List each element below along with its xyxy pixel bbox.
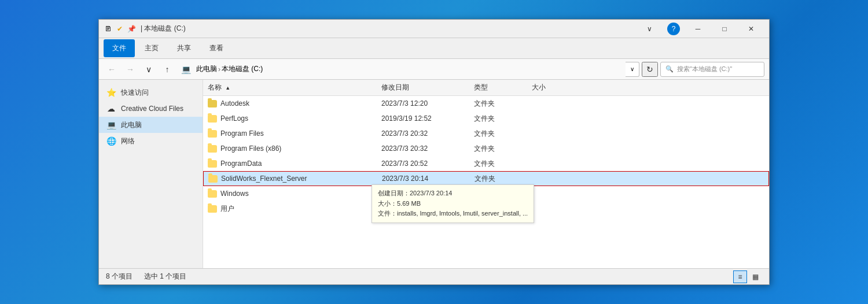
breadcrumb-computer[interactable]: 此电脑 — [196, 64, 217, 74]
search-icon: 🔍 — [665, 65, 674, 73]
tooltip-files: 文件：installs, lmgrd, lmtools, lmutil, ser… — [378, 209, 528, 219]
folder-icon — [208, 130, 217, 138]
item-count: 8 个项目 — [106, 272, 133, 281]
folder-icon — [208, 100, 217, 107]
file-name: PerfLogs — [220, 114, 248, 123]
back-button[interactable]: ← — [104, 62, 120, 77]
file-list-header: 名称 ▲ 修改日期 类型 大小 — [203, 80, 769, 96]
sidebar-item-network[interactable]: 🌐 网络 — [99, 133, 203, 149]
title-bar: 🖹 ✔ 📌 | 本地磁盘 (C:) ∨ ? ─ □ ✕ — [99, 20, 769, 38]
table-row[interactable]: ProgramData 2023/7/3 20:52 文件夹 — [203, 156, 769, 171]
view-toggles: ≡ ▦ — [733, 270, 762, 283]
window-controls: ∨ ? ─ □ ✕ — [636, 20, 764, 38]
file-date: 2019/3/19 12:52 — [377, 114, 469, 123]
sidebar-label-creative-cloud: Creative Cloud Files — [121, 105, 183, 113]
file-date: 2023/7/3 12:20 — [377, 99, 469, 107]
minimize-button[interactable]: ─ — [685, 20, 711, 38]
tab-file[interactable]: 文件 — [104, 39, 135, 57]
file-type: 文件夹 — [469, 144, 527, 154]
status-bar: 8 个项目 选中 1 个项目 ≡ ▦ — [99, 268, 769, 284]
table-row-selected[interactable]: SolidWorks_Flexnet_Server 2023/7/3 20:14… — [203, 171, 769, 186]
table-row[interactable]: Program Files (x86) 2023/7/3 20:32 文件夹 — [203, 141, 769, 156]
computer-icon: 💻 — [178, 62, 194, 77]
file-type: 文件夹 — [469, 99, 527, 109]
main-content: ⭐ 快速访问 ☁ Creative Cloud Files 💻 此电脑 🌐 网络… — [99, 80, 769, 268]
sidebar-item-this-pc[interactable]: 💻 此电脑 — [99, 117, 203, 133]
tab-share[interactable]: 共享 — [168, 39, 200, 57]
cloud-icon: ☁ — [106, 103, 116, 114]
star-icon: ⭐ — [106, 87, 116, 98]
tooltip-created: 创建日期：2023/7/3 20:14 — [378, 188, 528, 199]
col-header-size[interactable]: 大小 — [527, 83, 585, 92]
file-date: 2023/7/3 20:52 — [377, 160, 469, 168]
table-row[interactable]: Program Files 2023/7/3 20:32 文件夹 — [203, 126, 769, 141]
breadcrumb-drive[interactable]: 本地磁盘 (C:) — [222, 64, 263, 74]
sidebar-item-quick-access[interactable]: ⭐ 快速访问 — [99, 84, 203, 101]
file-name: ProgramData — [220, 160, 262, 168]
file-name: Program Files (x86) — [220, 144, 281, 153]
folder-icon — [208, 160, 217, 168]
file-date: 2023/7/3 20:32 — [377, 129, 469, 138]
close-button[interactable]: ✕ — [738, 20, 764, 38]
sidebar-item-creative-cloud[interactable]: ☁ Creative Cloud Files — [99, 101, 203, 117]
tooltip-size: 大小：5.69 MB — [378, 199, 528, 209]
file-date: 2023/7/3 20:14 — [377, 175, 470, 183]
file-type: 文件夹 — [470, 174, 528, 184]
file-name: Windows — [220, 190, 249, 198]
pin-icon: 📌 — [127, 24, 136, 34]
back-icon: 🖹 — [104, 24, 113, 34]
forward-button[interactable]: → — [122, 62, 138, 77]
sidebar-label-network: 网络 — [121, 136, 135, 146]
path-chevron[interactable]: ∨ — [626, 62, 639, 77]
search-placeholder: 搜索"本地磁盘 (C:)" — [677, 65, 732, 73]
network-icon: 🌐 — [106, 136, 116, 146]
table-row[interactable]: PerfLogs 2019/3/19 12:52 文件夹 — [203, 111, 769, 126]
chevron-btn[interactable]: ∨ — [636, 20, 663, 38]
col-header-type[interactable]: 类型 — [469, 83, 527, 92]
file-name: Autodesk — [220, 99, 249, 107]
address-bar: ← → ∨ ↑ 💻 此电脑 › 本地磁盘 (C:) ∨ ↻ 🔍 搜索"本地磁盘 … — [99, 59, 769, 80]
file-type: 文件夹 — [469, 129, 527, 139]
tooltip-popup: 创建日期：2023/7/3 20:14 大小：5.69 MB 文件：instal… — [372, 184, 534, 223]
file-rows: Autodesk 2023/7/3 12:20 文件夹 PerfLogs 201… — [203, 96, 769, 268]
detail-view-button[interactable]: ▦ — [748, 270, 762, 283]
check-icon: ✔ — [115, 24, 124, 34]
breadcrumb: 此电脑 › 本地磁盘 (C:) — [196, 64, 263, 74]
explorer-window: 🖹 ✔ 📌 | 本地磁盘 (C:) ∨ ? ─ □ ✕ 文件 主页 共享 查看 … — [98, 19, 770, 285]
sort-arrow: ▲ — [225, 85, 230, 91]
table-row[interactable]: Autodesk 2023/7/3 12:20 文件夹 — [203, 96, 769, 111]
tab-view[interactable]: 查看 — [201, 39, 232, 57]
maximize-button[interactable]: □ — [711, 20, 738, 38]
folder-icon — [208, 175, 218, 183]
window-title: | 本地磁盘 (C:) — [141, 24, 636, 34]
file-name: Program Files — [220, 129, 264, 138]
selected-count: 选中 1 个项目 — [144, 272, 186, 281]
file-name: 用户 — [220, 204, 234, 214]
folder-icon — [208, 190, 217, 198]
col-header-name[interactable]: 名称 ▲ — [203, 83, 377, 92]
folder-icon — [208, 145, 217, 153]
tab-home[interactable]: 主页 — [136, 39, 167, 57]
help-btn[interactable]: ? — [667, 23, 680, 35]
file-date: 2023/7/3 20:32 — [377, 144, 469, 153]
sidebar-label-this-pc: 此电脑 — [121, 120, 142, 130]
computer-icon: 💻 — [106, 120, 116, 130]
sidebar-label-quick-access: 快速访问 — [121, 88, 149, 98]
folder-icon — [208, 205, 217, 213]
col-header-date[interactable]: 修改日期 — [377, 83, 469, 92]
folder-icon — [208, 115, 217, 123]
refresh-button[interactable]: ↻ — [642, 62, 658, 77]
recent-button[interactable]: ∨ — [141, 62, 157, 77]
file-type: 文件夹 — [469, 114, 527, 124]
file-type: 文件夹 — [469, 159, 527, 169]
file-area: 名称 ▲ 修改日期 类型 大小 Autodesk 2023/7/3 12:20 … — [203, 80, 769, 268]
file-name: SolidWorks_Flexnet_Server — [221, 175, 307, 183]
title-bar-icons: 🖹 ✔ 📌 — [104, 24, 136, 34]
list-view-button[interactable]: ≡ — [733, 270, 747, 283]
search-box[interactable]: 🔍 搜索"本地磁盘 (C:)" — [660, 62, 764, 77]
sidebar: ⭐ 快速访问 ☁ Creative Cloud Files 💻 此电脑 🌐 网络 — [99, 80, 203, 268]
up-button[interactable]: ↑ — [159, 62, 175, 77]
ribbon: 文件 主页 共享 查看 — [99, 38, 769, 59]
